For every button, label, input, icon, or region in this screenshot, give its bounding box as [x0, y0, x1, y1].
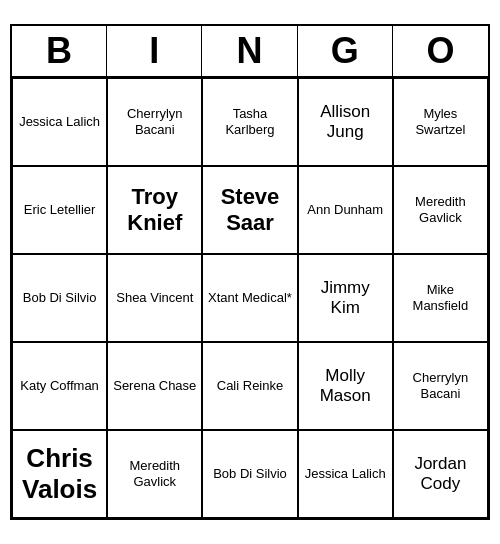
- header-letter: O: [393, 26, 488, 76]
- bingo-cell: Katy Coffman: [12, 342, 107, 430]
- bingo-cell: AllisonJung: [298, 78, 393, 166]
- bingo-cell: Tasha Karlberg: [202, 78, 297, 166]
- bingo-cell: Shea Vincent: [107, 254, 202, 342]
- bingo-cell: Meredith Gavlick: [107, 430, 202, 518]
- header-letter: B: [12, 26, 107, 76]
- bingo-cell: Bob Di Silvio: [202, 430, 297, 518]
- header-letter: G: [298, 26, 393, 76]
- bingo-cell: JimmyKim: [298, 254, 393, 342]
- bingo-cell: JordanCody: [393, 430, 488, 518]
- header-letter: N: [202, 26, 297, 76]
- bingo-cell: Xtant Medical*: [202, 254, 297, 342]
- bingo-card: BINGO Jessica LalichCherrylyn BacaniTash…: [10, 24, 490, 520]
- bingo-cell: Cherrylyn Bacani: [107, 78, 202, 166]
- bingo-cell: Cali Reinke: [202, 342, 297, 430]
- bingo-cell: Jessica Lalich: [298, 430, 393, 518]
- bingo-grid: Jessica LalichCherrylyn BacaniTasha Karl…: [12, 78, 488, 518]
- bingo-cell: ChrisValois: [12, 430, 107, 518]
- bingo-cell: Myles Swartzel: [393, 78, 488, 166]
- bingo-header: BINGO: [12, 26, 488, 78]
- bingo-cell: Mike Mansfield: [393, 254, 488, 342]
- bingo-cell: Cherrylyn Bacani: [393, 342, 488, 430]
- bingo-cell: SteveSaar: [202, 166, 297, 254]
- bingo-cell: TroyKnief: [107, 166, 202, 254]
- bingo-cell: Serena Chase: [107, 342, 202, 430]
- bingo-cell: Bob Di Silvio: [12, 254, 107, 342]
- bingo-cell: MollyMason: [298, 342, 393, 430]
- bingo-cell: Ann Dunham: [298, 166, 393, 254]
- bingo-cell: Jessica Lalich: [12, 78, 107, 166]
- header-letter: I: [107, 26, 202, 76]
- bingo-cell: Eric Letellier: [12, 166, 107, 254]
- bingo-cell: Meredith Gavlick: [393, 166, 488, 254]
